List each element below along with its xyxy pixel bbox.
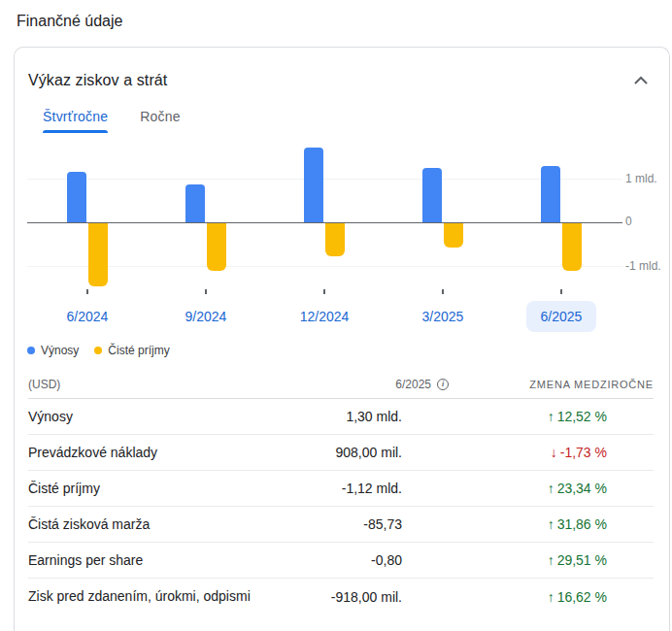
revenue-bar[interactable] xyxy=(422,168,442,222)
change-percent: 31,86 % xyxy=(557,516,607,532)
metric-change: ↑12,52 % xyxy=(402,409,607,424)
legend-label: Výnosy xyxy=(41,344,79,357)
table-row: Výnosy1,30 mld.↑12,52 % xyxy=(28,399,654,435)
table-row: Zisk pred zdanením, úrokmi, odpismi-918,… xyxy=(28,579,654,614)
metric-change: ↑23,34 % xyxy=(402,481,607,496)
x-axis-label-12-2024[interactable]: 12/2024 xyxy=(289,301,359,332)
collapse-button[interactable] xyxy=(630,69,652,91)
y-axis-tick-label: 1 mld. xyxy=(625,171,657,186)
arrow-up-icon: ↑ xyxy=(548,481,554,496)
metric-value: -1,12 mld. xyxy=(256,481,402,496)
table-row: Čistá zisková marža-85,73↑31,86 % xyxy=(28,507,654,543)
revenue-bar[interactable] xyxy=(185,184,205,222)
x-axis-label-6-2025[interactable]: 6/2025 xyxy=(526,301,596,332)
income-statement-chart: 1 mld. 0 -1 mld. 6/20249/202412/20243/20… xyxy=(15,141,669,335)
metric-value: -0,80 xyxy=(256,552,402,568)
gridline-1mld xyxy=(27,179,622,180)
metric-value: -85,73 xyxy=(256,516,402,532)
y-axis-tick-label: -1 mld. xyxy=(625,258,661,274)
metric-value: 1,30 mld. xyxy=(256,409,402,424)
metric-value: -918,00 mil. xyxy=(256,589,402,605)
arrow-up-icon: ↑ xyxy=(548,516,554,532)
arrow-up-icon: ↑ xyxy=(548,409,554,424)
legend-label: Čisté príjmy xyxy=(108,344,169,357)
net-income-bar[interactable] xyxy=(444,222,463,248)
revenue-dot-icon xyxy=(27,347,35,354)
legend-item-net-income: Čisté príjmy xyxy=(94,344,169,357)
info-icon[interactable]: i xyxy=(437,379,449,390)
tab-quarterly[interactable]: Štvrťročne xyxy=(43,109,108,133)
metric-label: Čistá zisková marža xyxy=(28,516,256,533)
metric-value: 908,00 mil. xyxy=(256,445,402,460)
metric-label: Zisk pred zdanením, úrokmi, odpismi xyxy=(28,588,256,605)
y-axis-tick-label: 0 xyxy=(625,214,632,229)
tab-yearly[interactable]: Ročne xyxy=(140,109,180,133)
yoy-change-header: ZMENA MEDZIROČNE xyxy=(449,379,654,390)
x-axis-tick xyxy=(205,289,207,294)
change-percent: 23,34 % xyxy=(557,481,607,496)
net-income-bar[interactable] xyxy=(562,222,582,271)
currency-header: (USD) xyxy=(28,378,303,391)
chart-legend: Výnosy Čisté príjmy xyxy=(15,344,669,357)
card-header: Výkaz ziskov a strát xyxy=(15,48,669,91)
revenue-bar[interactable] xyxy=(304,148,323,222)
table-header-row: (USD) 6/2025 i ZMENA MEDZIROČNE xyxy=(28,370,654,399)
x-axis-tick xyxy=(323,289,325,294)
card-title: Výkaz ziskov a strát xyxy=(28,72,167,89)
metric-label: Prevádzkové náklady xyxy=(28,445,256,461)
period-tabs: Štvrťročne Ročne xyxy=(15,109,669,133)
arrow-up-icon: ↑ xyxy=(548,552,554,568)
arrow-up-icon: ↑ xyxy=(548,589,554,605)
change-percent: -1,73 % xyxy=(560,445,607,460)
metric-change: ↑16,62 % xyxy=(402,589,607,605)
income-statement-card: Výkaz ziskov a strát Štvrťročne Ročne 1 … xyxy=(14,47,670,631)
gridline-neg1mld xyxy=(27,266,622,267)
metric-label: Čisté príjmy xyxy=(28,481,256,497)
arrow-down-icon: ↓ xyxy=(551,445,557,460)
change-percent: 12,52 % xyxy=(557,409,607,424)
table-row: Čisté príjmy-1,12 mld.↑23,34 % xyxy=(28,471,654,507)
metric-change: ↑31,86 % xyxy=(402,516,607,532)
x-axis-label-9-2024[interactable]: 9/2024 xyxy=(171,301,241,332)
financials-table: (USD) 6/2025 i ZMENA MEDZIROČNE Výnosy1,… xyxy=(15,370,669,614)
metric-change: ↓-1,73 % xyxy=(402,445,607,460)
page-title: Finančné údaje xyxy=(17,13,672,30)
net-income-bar[interactable] xyxy=(207,222,226,271)
x-axis-tick xyxy=(560,289,562,294)
x-axis-tick xyxy=(442,289,444,294)
zero-axis-line xyxy=(27,222,622,224)
metric-label: Výnosy xyxy=(28,409,256,425)
x-axis-tick xyxy=(86,289,88,294)
change-percent: 16,62 % xyxy=(557,589,607,605)
table-row: Prevádzkové náklady908,00 mil.↓-1,73 % xyxy=(28,435,654,471)
period-header: 6/2025 xyxy=(395,378,431,391)
net-income-bar[interactable] xyxy=(88,222,108,286)
change-percent: 29,51 % xyxy=(557,552,607,568)
metric-label: Earnings per share xyxy=(28,552,256,569)
table-row: Earnings per share-0,80↑29,51 % xyxy=(28,543,654,579)
chevron-up-icon xyxy=(634,73,648,87)
revenue-bar[interactable] xyxy=(541,166,560,223)
x-axis-label-6-2024[interactable]: 6/2024 xyxy=(52,301,122,332)
revenue-bar[interactable] xyxy=(67,172,86,222)
x-axis-label-3-2025[interactable]: 3/2025 xyxy=(408,301,478,332)
net-income-bar[interactable] xyxy=(325,222,345,256)
legend-item-revenue: Výnosy xyxy=(27,344,79,357)
metric-change: ↑29,51 % xyxy=(402,552,607,568)
net-income-dot-icon xyxy=(94,347,102,354)
